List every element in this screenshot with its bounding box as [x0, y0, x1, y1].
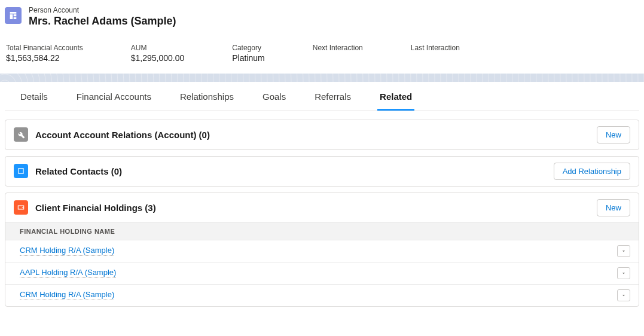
card-title: Client Financial Holdings (3) [35, 203, 156, 213]
tabset: Details Financial Accounts Relationships… [5, 82, 639, 111]
card-client-holdings: Client Financial Holdings (3) New FINANC… [5, 193, 639, 307]
contact-icon [14, 164, 28, 178]
table-row: CRM Holding R/A (Sample) [5, 285, 639, 306]
card-title: Account Account Relations (Account) (0) [35, 130, 210, 140]
tab-relationships[interactable]: Relationships [178, 82, 236, 111]
metric-label: Next Interaction [313, 44, 363, 52]
holding-link[interactable]: CRM Holding R/A (Sample) [20, 246, 114, 256]
metric-value: Platinum [232, 53, 264, 63]
wallet-icon [14, 200, 28, 215]
metric-value: $1,563,584.22 [6, 53, 83, 63]
table-row: CRM Holding R/A (Sample) [5, 240, 639, 262]
row-actions-button[interactable] [617, 267, 630, 279]
card-related-contacts: Related Contacts (0) Add Relationship [5, 156, 639, 187]
tab-details[interactable]: Details [18, 82, 50, 111]
decorative-band [0, 74, 644, 82]
related-content: Account Account Relations (Account) (0) … [0, 111, 644, 307]
add-relationship-button[interactable]: Add Relationship [554, 163, 630, 180]
holding-link[interactable]: AAPL Holding R/A (Sample) [20, 268, 116, 278]
new-relation-button[interactable]: New [597, 126, 630, 143]
tab-financial-accounts[interactable]: Financial Accounts [74, 82, 154, 111]
tab-related[interactable]: Related [377, 82, 414, 111]
chevron-down-icon [621, 248, 627, 254]
column-header-name: FINANCIAL HOLDING NAME [5, 222, 639, 240]
card-title: Related Contacts (0) [35, 166, 122, 176]
tab-referrals[interactable]: Referrals [312, 82, 353, 111]
metric-aum: AUM $1,295,000.00 [131, 44, 185, 63]
tab-goals[interactable]: Goals [260, 82, 288, 111]
record-type-label: Person Account [29, 6, 176, 14]
metric-total-accounts: Total Financial Accounts $1,563,584.22 [6, 44, 83, 63]
metric-last-interaction: Last Interaction [411, 44, 460, 63]
metric-category: Category Platinum [232, 44, 264, 63]
holding-link[interactable]: CRM Holding R/A (Sample) [20, 290, 114, 300]
metric-value: $1,295,000.00 [131, 53, 185, 63]
metric-label: Last Interaction [411, 44, 460, 52]
metric-label: Category [232, 44, 264, 52]
metric-label: Total Financial Accounts [6, 44, 83, 52]
chevron-down-icon [621, 270, 627, 276]
table-row: AAPL Holding R/A (Sample) [5, 262, 639, 285]
row-actions-button[interactable] [617, 289, 630, 301]
chevron-down-icon [621, 292, 627, 298]
wrench-icon [14, 127, 28, 142]
highlights-panel: Total Financial Accounts $1,563,584.22 A… [0, 35, 644, 74]
metric-next-interaction: Next Interaction [313, 44, 363, 63]
row-actions-button[interactable] [617, 245, 630, 257]
metric-label: AUM [131, 44, 185, 52]
card-account-relations: Account Account Relations (Account) (0) … [5, 120, 639, 150]
new-holding-button[interactable]: New [597, 199, 630, 216]
record-header: Person Account Mrs. Rachel Adams (Sample… [0, 0, 644, 35]
page-title: Mrs. Rachel Adams (Sample) [29, 14, 176, 28]
person-account-icon [5, 7, 22, 24]
